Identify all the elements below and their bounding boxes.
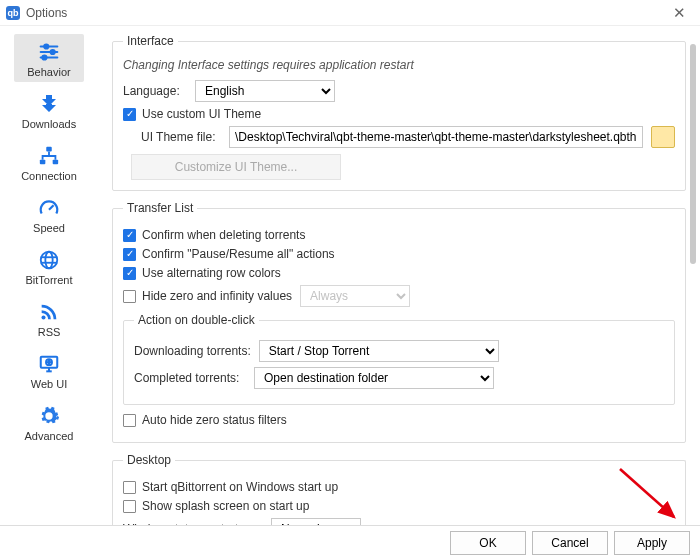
downloading-label: Downloading torrents: [134,344,251,358]
sidebar-item-downloads[interactable]: Downloads [14,86,84,134]
checkbox-label: Confirm "Pause/Resume all" actions [142,247,335,261]
gear-icon [36,404,62,428]
theme-file-label: UI Theme file: [141,130,221,144]
group-legend: Action on double-click [134,313,259,327]
svg-point-14 [41,315,45,319]
monitor-icon [36,352,62,376]
sidebar-label: Web UI [31,378,67,390]
completed-action-select[interactable]: Open destination folder [254,367,494,389]
sidebar-item-webui[interactable]: Web UI [14,346,84,394]
sidebar-label: Connection [21,170,77,182]
auto-hide-checkbox[interactable]: Auto hide zero status filters [123,413,287,427]
sidebar-item-advanced[interactable]: Advanced [14,398,84,446]
window-title: Options [26,6,67,20]
checkbox-label: Use custom UI Theme [142,107,261,121]
sidebar-label: Downloads [22,118,76,130]
checkbox-label: Confirm when deleting torrents [142,228,305,242]
hide-zero-mode-select: Always [300,285,410,307]
alt-rows-checkbox[interactable]: Use alternating row colors [123,266,281,280]
network-icon [36,144,62,168]
interface-group: Interface Changing Interface settings re… [112,34,686,191]
close-button[interactable]: ✕ [664,4,694,22]
completed-label: Completed torrents: [134,371,246,385]
sidebar-label: Advanced [25,430,74,442]
group-legend: Interface [123,34,178,48]
cancel-button[interactable]: Cancel [532,531,608,555]
sidebar-item-rss[interactable]: RSS [14,294,84,342]
content-pane: Interface Changing Interface settings re… [108,26,700,525]
download-icon [36,92,62,116]
browse-button[interactable] [651,126,675,148]
downloading-action-select[interactable]: Start / Stop Torrent [259,340,499,362]
check-icon [123,229,136,242]
sidebar-item-speed[interactable]: Speed [14,190,84,238]
checkbox-label: Start qBittorrent on Windows start up [142,480,338,494]
rss-icon [36,300,62,324]
group-legend: Desktop [123,453,175,467]
apply-button[interactable]: Apply [614,531,690,555]
svg-point-3 [51,50,55,54]
scrollbar[interactable] [690,44,696,264]
checkbox-label: Auto hide zero status filters [142,413,287,427]
check-icon [123,290,136,303]
svg-rect-7 [40,160,46,165]
use-custom-theme-checkbox[interactable]: Use custom UI Theme [123,107,261,121]
check-icon [123,108,136,121]
theme-file-input[interactable] [229,126,643,148]
checkbox-label: Use alternating row colors [142,266,281,280]
checkbox-label: Show splash screen on start up [142,499,309,513]
language-select[interactable]: English [195,80,335,102]
hide-zero-checkbox[interactable]: Hide zero and infinity values [123,289,292,303]
sidebar: Behavior Downloads Connection Speed BitT… [0,26,108,525]
sidebar-label: Speed [33,222,65,234]
check-icon [123,414,136,427]
group-legend: Transfer List [123,201,197,215]
ok-button[interactable]: OK [450,531,526,555]
confirm-pause-checkbox[interactable]: Confirm "Pause/Resume all" actions [123,247,335,261]
app-icon: qb [6,6,20,20]
confirm-delete-checkbox[interactable]: Confirm when deleting torrents [123,228,305,242]
sliders-icon [36,40,62,64]
transfer-list-group: Transfer List Confirm when deleting torr… [112,201,686,443]
check-icon [123,500,136,513]
sidebar-label: Behavior [27,66,70,78]
double-click-group: Action on double-click Downloading torre… [123,313,675,405]
svg-rect-8 [53,160,58,165]
svg-point-1 [44,44,48,48]
start-on-boot-checkbox[interactable]: Start qBittorrent on Windows start up [123,480,338,494]
sidebar-label: RSS [38,326,61,338]
sidebar-label: BitTorrent [25,274,72,286]
checkbox-label: Hide zero and infinity values [142,289,292,303]
globe-icon [36,248,62,272]
winstate-select[interactable]: Normal [271,518,361,525]
desktop-group: Desktop Start qBittorrent on Windows sta… [112,453,686,525]
svg-rect-6 [46,147,52,152]
svg-point-11 [45,252,52,269]
dialog-footer: OK Cancel Apply [0,525,700,559]
svg-point-5 [42,55,46,59]
check-icon [123,481,136,494]
svg-line-9 [49,205,54,210]
sidebar-item-bittorrent[interactable]: BitTorrent [14,242,84,290]
check-icon [123,267,136,280]
splash-checkbox[interactable]: Show splash screen on start up [123,499,309,513]
customize-theme-button[interactable]: Customize UI Theme... [131,154,341,180]
gauge-icon [36,196,62,220]
language-label: Language: [123,84,187,98]
check-icon [123,248,136,261]
svg-point-10 [41,252,58,269]
sidebar-item-connection[interactable]: Connection [14,138,84,186]
sidebar-item-behavior[interactable]: Behavior [14,34,84,82]
restart-note: Changing Interface settings requires app… [123,58,675,72]
